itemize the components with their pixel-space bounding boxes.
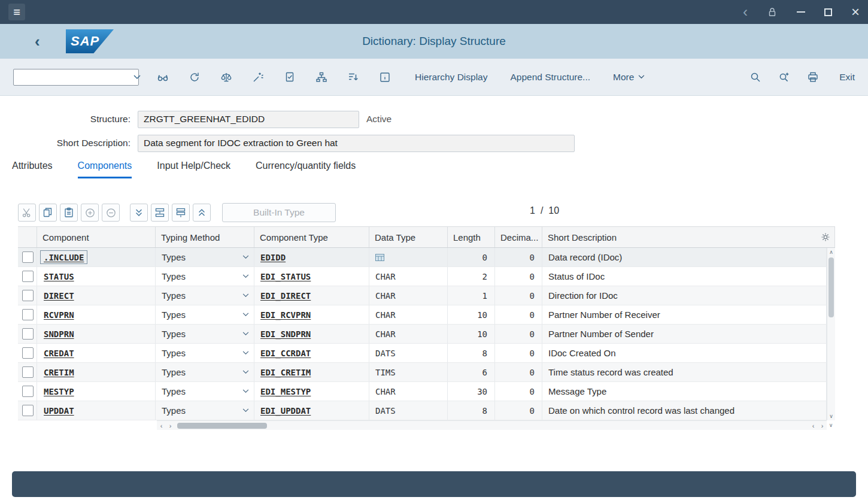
horizontal-scrollbar[interactable]: ‹ › ‹ › xyxy=(157,420,827,430)
sort-descending-icon[interactable] xyxy=(347,71,359,83)
component-link[interactable]: SNDPRN xyxy=(44,329,74,339)
lock-icon[interactable] xyxy=(767,7,778,17)
header-short-description[interactable]: Short Description xyxy=(542,227,835,247)
chevron-down-icon[interactable] xyxy=(242,370,249,374)
horizontal-scroll-track[interactable] xyxy=(175,421,809,431)
short-description-field[interactable] xyxy=(138,135,575,152)
header-component[interactable]: Component xyxy=(37,227,156,247)
typing-method-value[interactable]: Types xyxy=(162,290,186,301)
component-type-link[interactable]: EDI_CCRDAT xyxy=(260,349,311,358)
refresh-icon[interactable] xyxy=(189,71,201,83)
search-plus-icon[interactable] xyxy=(778,71,790,83)
table-settings-icon[interactable] xyxy=(821,232,830,242)
component-type-link[interactable]: EDI_MESTYP xyxy=(260,387,311,396)
exit-button[interactable]: Exit xyxy=(839,72,855,83)
row-checkbox[interactable] xyxy=(22,271,34,282)
component-link[interactable]: DIRECT xyxy=(44,291,74,301)
row-checkbox[interactable] xyxy=(22,252,34,263)
component-link[interactable]: MESTYP xyxy=(44,387,74,396)
header-decimals[interactable]: Decima... xyxy=(495,227,542,247)
scroll-left-icon[interactable]: ‹ xyxy=(157,421,166,431)
typing-method-value[interactable]: Types xyxy=(162,386,186,396)
component-type-link[interactable]: EDI_SNDPRN xyxy=(260,329,311,339)
command-field[interactable] xyxy=(13,69,139,86)
header-typing-method[interactable]: Typing Method xyxy=(156,227,254,247)
builtin-type-button[interactable]: Built-In Type xyxy=(222,203,336,222)
component-type-link[interactable]: EDIDD xyxy=(260,253,286,262)
minimize-button[interactable] xyxy=(797,11,805,13)
row-checkbox[interactable] xyxy=(22,347,34,359)
component-link[interactable]: STATUS xyxy=(44,272,74,281)
print-icon[interactable] xyxy=(807,71,819,83)
info-icon[interactable] xyxy=(379,71,391,83)
chevron-down-icon[interactable] xyxy=(242,255,249,259)
double-chevron-up-icon[interactable] xyxy=(193,204,211,222)
close-button[interactable]: × xyxy=(851,6,860,17)
scroll-right-end-icon[interactable]: › xyxy=(818,421,827,431)
scroll-down-icon[interactable]: ∨ xyxy=(827,413,835,419)
tab-currency-quantity-fields[interactable]: Currency/quantity fields xyxy=(256,160,356,178)
paste-icon[interactable] xyxy=(60,204,78,222)
double-chevron-down-icon[interactable] xyxy=(130,204,148,222)
row-checkbox[interactable] xyxy=(22,386,34,397)
chevron-down-icon[interactable] xyxy=(242,293,249,298)
add-row-icon[interactable] xyxy=(81,204,99,222)
header-component-type[interactable]: Component Type xyxy=(254,227,369,247)
typing-method-value[interactable]: Types xyxy=(162,348,186,358)
table-row[interactable]: CREDAT Types EDI_CCRDAT DATS 8 0 IDoc Cr… xyxy=(18,344,827,363)
chevron-down-icon[interactable] xyxy=(242,274,249,278)
display-change-icon[interactable] xyxy=(157,71,169,83)
table-row[interactable]: DIRECT Types EDI_DIRECT CHAR 1 0 Directi… xyxy=(18,286,827,305)
hierarchy-display-button[interactable]: Hierarchy Display xyxy=(415,72,487,83)
table-row[interactable]: UPDDAT Types EDI_UPDDAT DATS 8 0 Date on… xyxy=(18,401,827,420)
tab-input-help-check[interactable]: Input Help/Check xyxy=(157,160,230,178)
check-consistency-icon[interactable] xyxy=(220,71,232,83)
history-back-icon[interactable]: ‹ xyxy=(743,5,748,19)
search-icon[interactable] xyxy=(749,71,761,83)
component-link[interactable]: RCVPRN xyxy=(44,310,74,320)
horizontal-scroll-thumb[interactable] xyxy=(177,423,267,429)
scroll-left-end-icon[interactable]: ‹ xyxy=(809,421,818,431)
table-row[interactable]: MESTYP Types EDI_MESTYP CHAR 30 0 Messag… xyxy=(18,382,827,401)
append-structure-button[interactable]: Append Structure... xyxy=(510,72,590,83)
more-menu-button[interactable]: More xyxy=(613,72,645,83)
row-checkbox[interactable] xyxy=(22,290,34,301)
tab-attributes[interactable]: Attributes xyxy=(12,160,53,178)
component-link[interactable]: CRETIM xyxy=(44,368,74,377)
scroll-right-icon[interactable]: › xyxy=(166,421,175,431)
chevron-down-icon[interactable] xyxy=(242,351,249,355)
component-link[interactable]: .INCLUDE xyxy=(44,253,84,262)
component-type-link[interactable]: EDI_CRETIM xyxy=(260,368,311,377)
row-checkbox[interactable] xyxy=(22,366,34,378)
typing-method-value[interactable]: Types xyxy=(162,310,186,320)
maximize-button[interactable] xyxy=(824,8,832,16)
append-row-icon[interactable] xyxy=(172,204,190,222)
scroll-up-icon[interactable]: ∧ xyxy=(827,249,835,255)
typing-method-value[interactable]: Types xyxy=(162,405,186,416)
chevron-down-icon[interactable] xyxy=(129,75,145,80)
row-checkbox[interactable] xyxy=(22,328,34,340)
structure-field[interactable] xyxy=(138,111,359,128)
typing-method-value[interactable]: Types xyxy=(162,367,186,377)
table-row[interactable]: RCVPRN Types EDI_RCVPRN CHAR 10 0 Partne… xyxy=(18,305,827,325)
table-row[interactable]: STATUS Types EDI_STATUS CHAR 2 0 Status … xyxy=(18,267,827,286)
command-input[interactable] xyxy=(14,70,129,84)
component-type-link[interactable]: EDI_DIRECT xyxy=(260,291,311,301)
component-type-link[interactable]: EDI_RCVPRN xyxy=(260,310,311,320)
where-used-icon[interactable] xyxy=(315,71,327,83)
runtime-object-icon[interactable] xyxy=(284,71,296,83)
cut-icon[interactable] xyxy=(18,204,36,222)
row-checkbox[interactable] xyxy=(22,309,34,320)
copy-icon[interactable] xyxy=(39,204,57,222)
chevron-down-icon[interactable] xyxy=(242,313,249,317)
component-link[interactable]: CREDAT xyxy=(44,349,74,358)
chevron-down-icon[interactable] xyxy=(242,389,249,393)
typing-method-value[interactable]: Types xyxy=(162,271,186,281)
insert-row-icon[interactable] xyxy=(151,204,169,222)
table-row[interactable]: CRETIM Types EDI_CRETIM TIMS 6 0 Time st… xyxy=(18,363,827,382)
table-row[interactable]: .INCLUDE Types EDIDD 0 0 Data record (ID… xyxy=(18,248,827,267)
header-length[interactable]: Length xyxy=(448,227,495,247)
activate-icon[interactable] xyxy=(252,71,264,83)
component-type-link[interactable]: EDI_UPDDAT xyxy=(260,406,311,416)
table-row[interactable]: SNDPRN Types EDI_SNDPRN CHAR 10 0 Partne… xyxy=(18,325,827,344)
